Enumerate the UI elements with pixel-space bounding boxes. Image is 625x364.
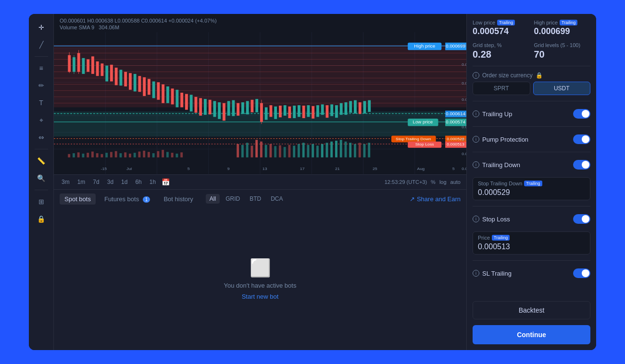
currency-usdt-btn[interactable]: USDT [533,82,591,95]
lock-icon: 🔒 [536,72,543,79]
svg-rect-123 [176,154,178,158]
trailing-up-toggle[interactable] [573,109,590,119]
text-icon[interactable]: T [34,95,49,110]
svg-rect-149 [349,143,351,157]
timeframe-3d[interactable]: 3d [105,178,115,186]
tab-spot-bots[interactable]: Spot bots [60,194,96,205]
svg-rect-148 [345,142,347,158]
pump-protection-info-icon[interactable]: i [473,136,479,143]
timeframe-7d[interactable]: 7d [91,178,101,186]
futures-tab-label: Futures bots [104,195,139,203]
svg-rect-150 [354,144,356,158]
stop-loss-toggle[interactable] [573,214,590,224]
trailing-up-label: i Trailing Up [473,110,512,118]
stop-loss-label: i Stop Loss [473,216,510,223]
low-price-cell: Low price Trailing 0.000574 [473,20,529,36]
high-trailing-badge: Trailing [560,20,577,25]
timeframe-3m[interactable]: 3m [60,178,72,186]
trailing-down-toggle[interactable] [573,160,590,170]
svg-rect-73 [251,100,254,112]
svg-text:0.000500: 0.000500 [462,152,466,156]
svg-rect-50 [143,77,146,96]
tab-futures-bots[interactable]: Futures bots 1 [100,194,155,205]
ruler-icon[interactable]: 📏 [34,153,49,169]
volume-value: 304.06M [99,24,119,30]
order-size-info-icon[interactable]: i [473,72,479,79]
svg-rect-88 [316,105,319,117]
auto-label[interactable]: auto [450,179,461,185]
svg-rect-59 [185,94,188,110]
stop-loss-price-value[interactable]: 0.000513 [478,243,585,251]
calendar-icon[interactable]: 📅 [162,178,170,186]
svg-text:Stop Trailing Down: Stop Trailing Down [396,137,431,141]
svg-rect-91 [330,104,333,116]
svg-rect-93 [340,103,343,115]
svg-text:0.000450: 0.000450 [462,166,466,170]
chart-canvas[interactable]: High price 0.000699 0.000614 Low price 0… [54,32,466,174]
backtest-button[interactable]: Backtest [473,301,590,319]
svg-rect-105 [91,152,94,158]
stop-trailing-value[interactable]: 0.000529 [478,188,585,197]
svg-rect-54 [162,85,164,103]
filter-all[interactable]: All [206,194,220,204]
share-earn-button[interactable]: ↗ Share and Earn [410,195,461,203]
svg-rect-110 [115,151,117,158]
svg-rect-126 [241,145,244,158]
filter-btd[interactable]: BTD [246,194,265,204]
svg-rect-71 [241,102,244,114]
svg-rect-37 [82,58,85,74]
currency-sprt-btn[interactable]: SPRT [473,82,530,95]
sl-trailing-toggle[interactable] [573,268,590,278]
svg-text:9: 9 [227,166,230,170]
continue-button[interactable]: Continue [473,325,590,344]
timeframe-6h[interactable]: 6h [133,178,143,186]
zoom-icon[interactable]: 🔍 [34,170,49,186]
trailing-up-info-icon[interactable]: i [473,110,479,117]
timeframe-1h[interactable]: 1h [148,178,158,186]
right-panel: Low price Trailing 0.000574 High price T… [466,14,596,350]
timeframe-1d[interactable]: 1d [119,178,129,186]
log-label[interactable]: log [439,179,447,185]
magnet-icon[interactable]: ⊞ [34,194,49,209]
stop-loss-info-icon[interactable]: i [473,216,479,222]
pump-protection-toggle[interactable] [573,134,590,144]
pencil-icon[interactable]: ✏ [34,78,49,93]
pump-protection-label: i Pump Protection [473,136,528,143]
grid-levels-value: 70 [534,49,591,60]
svg-text:-15: -15 [101,166,107,170]
stop-loss-price-label: Price [478,235,490,241]
price-row: Low price Trailing 0.000574 High price T… [473,20,590,36]
svg-text:17: 17 [300,166,305,170]
svg-rect-134 [279,146,281,158]
timeframe-1m[interactable]: 1m [75,178,88,186]
svg-rect-108 [105,153,108,158]
svg-rect-141 [312,144,314,158]
svg-rect-44 [115,68,118,85]
svg-rect-120 [162,150,164,158]
trailing-down-info-icon[interactable]: i [473,161,479,168]
node-icon[interactable]: ⌖ [34,112,49,128]
tab-bot-history[interactable]: Bot history [159,194,198,205]
svg-text:0.000574: 0.000574 [446,120,465,124]
toolbar-divider3 [35,190,48,190]
svg-rect-124 [180,152,183,157]
horizontal-line-icon[interactable]: ≡ [34,61,49,76]
svg-text:0.000850: 0.000850 [462,43,466,48]
svg-rect-111 [120,153,122,158]
percent-label[interactable]: % [431,179,436,185]
grid-step-value: 0.28 [473,49,529,60]
crosshair-icon[interactable]: ✛ [34,20,49,35]
filter-dca[interactable]: DCA [267,194,287,204]
svg-text:Low price: Low price [412,120,433,124]
filter-grid[interactable]: GRID [222,194,244,204]
svg-rect-82 [288,107,291,118]
measure-icon[interactable]: ⇔ [34,130,49,145]
start-new-bot-link[interactable]: Start new bot [242,293,279,300]
svg-rect-70 [237,103,239,116]
stop-loss-row: i Stop Loss [473,212,590,226]
sl-trailing-info-icon[interactable]: i [473,270,479,277]
svg-rect-113 [129,154,131,158]
line-tool-icon[interactable]: ╱ [34,37,49,52]
lock-icon[interactable]: 🔒 [34,211,49,227]
stop-trailing-label: Stop Trailing Down [478,181,522,186]
